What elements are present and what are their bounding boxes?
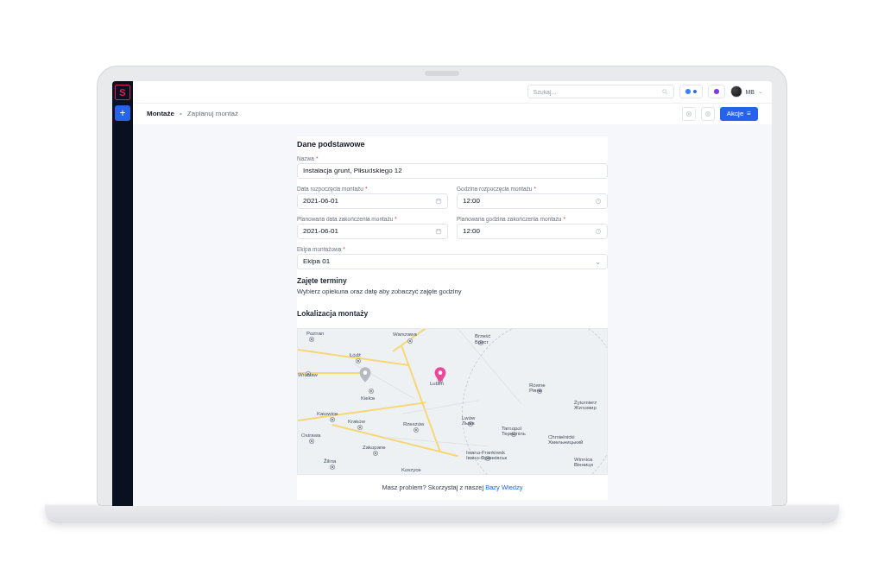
breadcrumb-bar: Montaże • Zaplanuj montaż [133,104,772,124]
clock-icon [595,228,602,235]
laptop-base [45,504,839,523]
app-screen: S + Szukaj... [112,81,772,506]
help-footer: Masz problem? Skorzystaj z naszej Bazy W… [297,484,608,500]
laptop-frame: S + Szukaj... [97,66,787,506]
map[interactable]: Poznan Warszawa Brześć Брэст Łódź [297,328,608,475]
label-start-date: Data rozpoczęcia montażu* [297,186,448,192]
sidebar: S + [112,81,133,506]
clock-icon [595,198,602,205]
chevron-down-icon: ⌄ [595,257,602,266]
city-label: Katowice [317,411,338,416]
breadcrumb-page: Zaplanuj montaż [187,110,238,117]
help-prefix: Masz problem? Skorzystaj z naszej [382,484,486,491]
actions-label: Akcje [727,110,744,117]
badge-dot [693,90,697,93]
input-end-date[interactable]: 2021-06-01 [297,224,448,239]
input-name[interactable]: Instalacja grunt, Piłsudskiego 12 [297,163,608,179]
svg-point-5 [705,111,710,116]
settings-button-1[interactable] [682,107,696,121]
input-end-time[interactable]: 12:00 [457,224,608,239]
user-menu[interactable]: MB ⌄ [730,85,764,98]
actions-button[interactable]: Akcje ≡ [720,107,758,121]
svg-rect-6 [436,199,440,203]
gear-icon [704,111,711,117]
city-label: Wrocław [298,372,318,377]
app-logo: S [115,85,130,100]
city-label: Równe Рівне [529,383,546,393]
label-start-time: Godzina rozpoczęcia montażu* [457,186,608,192]
value-team: Ekipa 01 [303,257,595,265]
map-section-title: Lokalizacja montaży [297,309,608,318]
avatar [730,85,742,98]
value-end-time: 12:00 [463,227,595,235]
label-end-date: Planowana data zakończenia montażu* [297,216,448,222]
svg-line-1 [666,92,667,94]
input-start-time[interactable]: 12:00 [457,193,608,209]
menu-icon: ≡ [747,110,751,117]
city-label: Kraków [348,419,365,424]
value-name: Instalacja grunt, Piłsudskiego 12 [303,167,602,174]
svg-point-4 [707,113,709,115]
city-label: Tarnopol Тернопіль [502,426,526,436]
gear-icon [685,111,692,117]
city-label: Lwów Львів [462,415,475,426]
section-title-basic: Dane podstawowe [297,136,608,155]
add-button[interactable]: + [115,105,130,121]
help-link[interactable]: Bazy Wiedzy [485,484,522,491]
topbar: Szukaj... [133,81,772,104]
label-name: Nazwa* [297,155,608,161]
city-label: Žilina [324,458,336,464]
value-start-time: 12:00 [463,197,595,205]
svg-point-2 [688,113,690,115]
svg-point-3 [686,111,691,116]
svg-point-21 [439,370,443,375]
settings-button-2[interactable] [701,107,715,121]
user-initials: MB [746,89,755,95]
chevron-down-icon: ⌄ [758,88,763,95]
calendar-icon [435,198,442,205]
search-placeholder: Szukaj... [534,89,661,95]
value-start-date: 2021-06-01 [303,197,435,205]
city-label: Rzeszów [403,421,424,427]
city-label: Kielce [361,395,375,401]
search-icon [661,88,668,95]
input-start-date[interactable]: 2021-06-01 [297,193,448,209]
bell-icon [685,89,691,94]
calendar-icon [435,228,442,235]
busy-title: Zajęte terminy [297,276,608,285]
laptop-camera [425,71,459,76]
search-input[interactable]: Szukaj... [527,85,674,98]
city-label: Zakopane [363,445,386,450]
form-card: Dane podstawowe Nazwa* Instalacja grunt,… [297,136,608,500]
messages-button[interactable] [708,85,725,98]
city-label: Brześć [475,333,490,338]
svg-rect-13 [436,229,440,233]
breadcrumb-section: Montaże [147,110,174,117]
map-pin-primary [434,367,446,383]
city-label: Chmielnicki Хмельницький [548,434,583,445]
city-label: Winnica Вінниця [574,457,593,467]
svg-point-20 [363,370,368,375]
label-end-time: Planowana godzina zakończenia montażu* [457,216,608,222]
city-label: Warszawa [393,332,417,337]
city-label: Poznan [306,331,324,336]
value-end-date: 2021-06-01 [303,227,435,235]
select-team[interactable]: Ekipa 01 ⌄ [297,254,608,269]
city-label: Łódź [350,352,361,357]
label-team: Ekipa montażowa* [297,246,608,252]
breadcrumb-separator: • [180,110,182,117]
city-label: Брэст [475,339,489,345]
city-label: Ostrawa [301,433,320,438]
page-body: Dane podstawowe Nazwa* Instalacja grunt,… [133,124,772,506]
city-label: Iwano-Frankiwsk Івано-Франківськ [466,450,507,460]
city-label: Koszyce [401,467,421,472]
notifications-button[interactable] [679,85,703,98]
city-label: Żytomierz Житомир [574,400,597,410]
map-pin-secondary [359,367,371,383]
chat-icon [714,89,719,94]
svg-point-0 [662,90,666,93]
busy-subtitle: Wybierz opiekuna oraz datę aby zobaczyć … [297,288,608,295]
